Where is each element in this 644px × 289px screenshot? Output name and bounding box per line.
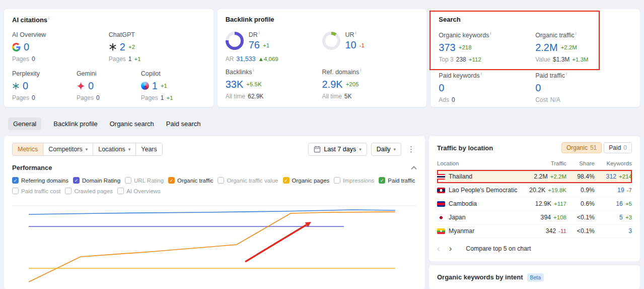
filter-years[interactable]: Years — [135, 143, 162, 155]
metric-copilot: Copilot 1 +1 Pages1+1 — [141, 70, 205, 101]
chevron-down-icon: ▾ — [393, 147, 396, 152]
info-icon: i — [481, 71, 482, 76]
performance-title: Performance — [12, 164, 52, 171]
tab-organic-search[interactable]: Organic search — [110, 120, 154, 128]
checkbox-icon — [218, 177, 224, 184]
info-icon: i — [253, 68, 254, 73]
gemini-count-link[interactable]: 0 — [88, 80, 94, 92]
metric-checkbox-ai-overviews[interactable]: AI Overviews — [117, 188, 161, 194]
perplexity-icon — [12, 82, 20, 90]
flag-cambodia-icon — [437, 201, 445, 207]
backlinks-value-link[interactable]: 33K — [226, 79, 244, 90]
flag-myanmar-icon — [437, 228, 445, 234]
ar-value-link[interactable]: 31,533 — [236, 55, 255, 63]
keywords-link[interactable]: 5 — [619, 214, 623, 221]
chart-controls: Metrics Competitors▾ Locations▾ Years La… — [12, 142, 417, 156]
location-table-header: Location Traffic Share Keywords — [437, 158, 632, 170]
info-icon: i — [259, 30, 260, 35]
ai-overview-count-link[interactable]: 0 — [24, 41, 29, 53]
paid-toggle-button[interactable]: Paid0 — [604, 142, 632, 153]
tab-general[interactable]: General — [8, 118, 41, 130]
metric-checkbox-impressions[interactable]: Impressions — [334, 177, 374, 184]
metric-chatgpt: ChatGPT 2 +2 Pages1+1 — [109, 31, 205, 63]
metric-checkbox-domain-rating[interactable]: ✓Domain Rating — [73, 177, 120, 184]
metric-paid-traffic: Paid traffici 0 CostN/A — [535, 71, 632, 103]
section-tabs: General Backlink profile Organic search … — [8, 118, 201, 130]
organic-toggle-button[interactable]: Organic51 — [561, 142, 602, 153]
info-icon: i — [48, 16, 49, 21]
table-row-cambodia[interactable]: Cambodia 12.9K+117 0.6% 16+5 — [437, 197, 632, 211]
ahrefs-rank-line: AR 31,533 ▲4,069 — [226, 55, 322, 64]
chart-filter-group: Metrics Competitors▾ Locations▾ Years — [12, 143, 163, 156]
info-icon: i — [355, 30, 356, 35]
checkbox-icon: ✓ — [283, 177, 290, 184]
info-icon: i — [490, 31, 491, 36]
copilot-icon — [141, 82, 149, 90]
checkbox-icon: ✓ — [379, 177, 385, 184]
filter-competitors[interactable]: Competitors▾ — [43, 143, 93, 155]
filter-locations[interactable]: Locations▾ — [93, 143, 135, 155]
checkbox-icon — [12, 188, 19, 194]
table-row-japan[interactable]: Japan 394+108 <0.1% 5+3 — [437, 211, 632, 224]
performance-chart — [12, 200, 417, 288]
date-range-button[interactable]: Last 7 days ▾ — [308, 143, 367, 156]
perplexity-count-link[interactable]: 0 — [23, 80, 28, 92]
checkbox-icon: ✓ — [168, 177, 175, 184]
dr-value-link[interactable]: 76 — [249, 39, 260, 51]
metric-checkbox-referring-domains[interactable]: ✓Referring domains — [12, 177, 68, 184]
keywords-link[interactable]: 19 — [617, 187, 624, 194]
keywords-link[interactable]: 3 — [628, 227, 632, 235]
tab-backlink-profile[interactable]: Backlink profile — [53, 120, 97, 128]
checkbox-icon — [65, 188, 71, 194]
metric-checkbox-paid-traffic-cost[interactable]: Paid traffic cost — [12, 188, 60, 194]
domain-rating-block: DRi 76+1 — [226, 30, 322, 51]
keywords-link[interactable]: 16 — [616, 200, 623, 207]
ai-citations-card: AI citationsi AI Overview 0 Pages0 ChatG… — [4, 9, 213, 107]
calendar-icon — [314, 146, 321, 153]
organic-traffic-link[interactable]: 2.2M — [535, 42, 557, 53]
location-table: Location Traffic Share Keywords Thailand… — [437, 158, 632, 238]
more-options-icon[interactable]: ⋮ — [405, 145, 417, 154]
copilot-count-link[interactable]: 1 — [152, 80, 158, 92]
gemini-icon — [77, 82, 85, 90]
next-page-icon[interactable]: › — [449, 244, 452, 253]
metric-checkbox-organic-pages[interactable]: ✓Organic pages — [283, 177, 330, 184]
url-rating-block: URi 10-1 — [322, 30, 419, 51]
metric-checkbox-paid-traffic[interactable]: ✓Paid traffic — [379, 177, 415, 184]
metric-checkbox-crawled-pages[interactable]: Crawled pages — [65, 188, 113, 194]
metric-toggles-row-2: Paid traffic cost Crawled pages AI Overv… — [12, 188, 417, 194]
checkbox-icon: ✓ — [12, 177, 19, 184]
paid-traffic-link[interactable]: 0 — [535, 82, 541, 94]
compare-top5-link[interactable]: Compare top 5 on chart — [466, 245, 531, 252]
paid-keywords-link[interactable]: 0 — [439, 82, 444, 94]
table-row-laos[interactable]: Lao People's Democratic Reput 20.2K+19.8… — [437, 184, 632, 197]
metric-label: Perplexity — [12, 70, 77, 77]
tab-paid-search[interactable]: Paid search — [166, 120, 201, 128]
traffic-by-location-title: Traffic by location — [437, 144, 493, 152]
dr-donut-chart — [226, 32, 244, 50]
filter-metrics[interactable]: Metrics — [13, 143, 43, 155]
chevron-down-icon: ▾ — [128, 147, 131, 152]
organic-paid-toggle: Organic51 Paid0 — [561, 142, 632, 153]
organic-keywords-link[interactable]: 373 — [439, 42, 455, 53]
metric-label: Copilot — [141, 70, 205, 77]
collapse-chevron-up-icon[interactable] — [411, 163, 417, 172]
metric-gemini: Gemini 0 Pages0 — [77, 70, 141, 101]
chatgpt-count-link[interactable]: 2 — [120, 41, 125, 53]
metric-checkbox-organic-traffic[interactable]: ✓Organic traffic — [168, 177, 213, 184]
table-row-myanmar[interactable]: Myanmar 342-11 <0.1% 3 — [437, 224, 632, 238]
ur-value-link[interactable]: 10 — [345, 39, 356, 51]
flag-laos-icon — [437, 188, 445, 193]
metric-perplexity: Perplexity 0 Pages0 — [12, 70, 77, 101]
ref-domains-value-link[interactable]: 2.9K — [322, 79, 343, 90]
granularity-button[interactable]: Daily ▾ — [371, 143, 401, 156]
metric-checkbox-organic-traffic-value[interactable]: Organic traffic value — [218, 177, 278, 184]
checkbox-icon — [125, 177, 131, 184]
keywords-by-intent-panel: Organic keywords by intent Beta — [429, 265, 640, 289]
keywords-link[interactable]: 312 — [606, 173, 617, 180]
prev-page-icon[interactable]: ‹ — [437, 244, 440, 253]
table-row-thailand[interactable]: Thailand 2.2M+2.2M 98.4% 312+214 — [437, 170, 632, 184]
metric-checkbox-url-rating[interactable]: URL Rating — [125, 177, 164, 184]
change-badge: +2 — [128, 44, 135, 50]
metric-organic-traffic: Organic traffici 2.2M+2.2M Value$1.3M+1.… — [535, 31, 632, 63]
